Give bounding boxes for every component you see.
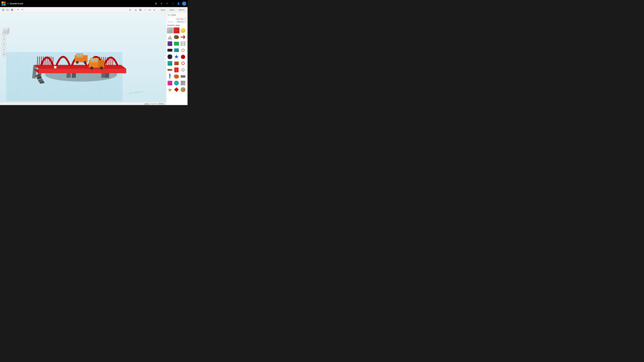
workplane-label: Workplane [129,90,143,94]
search-icon: 🔍 [167,14,170,16]
sun-icon[interactable]: ☀ [160,1,164,6]
shape-item-22[interactable] [173,73,180,79]
settings-link[interactable]: Settings [144,103,150,104]
in-select[interactable]: Community My Designs Featured [176,18,186,20]
shape-item-13[interactable] [173,53,180,60]
shape-item-6[interactable] [167,40,173,47]
user-icon[interactable]: 👤 [176,1,180,6]
svg-line-79 [4,50,5,50]
filter-row: In Community My Designs Featured Sorted … [166,17,188,24]
align-btn[interactable]: ⊟ [152,8,156,12]
shape-item-27[interactable] [167,86,173,92]
export-btn[interactable]: Export [168,8,176,11]
zoom-in-btn[interactable] [2,42,6,46]
model-name[interactable]: Smooth Krunk [10,2,23,5]
shape-row-8 [167,73,187,79]
search-input[interactable] [170,14,188,16]
shape-item-5[interactable] [180,34,186,40]
shape-item-1[interactable] [173,27,180,33]
svg-rect-52 [80,54,82,56]
shape-row-2 [167,34,187,40]
3d-model[interactable]: + [26,19,132,83]
svg-rect-1 [4,1,6,3]
shape-item-25[interactable] [173,80,180,86]
mirror-btn[interactable]: ⟺ [148,8,152,12]
shape-item-20[interactable] [180,67,186,73]
redo-btn[interactable] [20,8,24,12]
import-btn[interactable]: Import [159,8,167,11]
shape-row-10 [167,86,187,92]
svg-rect-32 [39,56,40,65]
shape-item-23[interactable] [180,73,186,79]
shape-item-29[interactable] [180,86,186,92]
found-text: Found 58: x shape [166,24,188,27]
svg-rect-0 [2,1,4,3]
shape-item-3[interactable] [167,34,173,40]
shape-item-0[interactable] [167,27,173,33]
shape-item-18[interactable] [167,67,173,73]
shape-item-7[interactable] [173,40,180,47]
perspective-btn[interactable] [134,8,138,12]
view3-btn[interactable] [138,8,142,12]
model-icon[interactable]: ☰ [7,2,9,5]
sort-select[interactable]: Relevance Popular Newest [176,20,186,23]
camera-btn[interactable] [128,8,132,12]
fit-view-btn[interactable] [2,52,6,56]
svg-rect-59 [91,58,94,61]
svg-rect-81 [4,54,4,55]
shape-item-4[interactable] [173,34,180,40]
tinkercad-logo[interactable] [1,1,6,6]
send-to-btn[interactable]: Send To [177,8,186,11]
shape-item-8[interactable] [180,40,186,47]
ie-buttons: ⊹ ⟺ ⊟ Import Export Send To [128,8,186,12]
shape-item-2[interactable] [180,27,186,33]
shape-item-14[interactable] [180,53,186,60]
shape-item-21[interactable] [167,73,173,79]
shape-item-28[interactable] [173,86,180,92]
shape-item-15[interactable] [167,60,173,66]
sorted-by-label: Sorted by [167,21,173,22]
pan-view-btn[interactable] [2,37,6,41]
shape-row-4 [167,47,187,53]
top-right-icons: ⊞ ☀ ✂ □ 👤 👤 [154,1,186,6]
shape-item-9[interactable] [167,47,173,53]
panel-collapse-btn[interactable]: ❯ [164,56,166,61]
zoom-out-btn[interactable] [2,47,6,51]
new-btn[interactable] [1,8,5,12]
grid-view-icon[interactable]: ⊞ [154,1,158,6]
tools-icon[interactable]: ✂ [165,1,169,6]
toolbar: ⊹ ⟺ ⊟ Import Export Send To [0,7,188,13]
shape-item-26[interactable] [180,80,186,86]
shape-row-5 [167,53,187,60]
box-icon[interactable]: □ [171,1,175,6]
view-cube[interactable]: LEFT [2,27,10,35]
shape-item-12[interactable] [167,53,173,60]
svg-point-72 [4,39,4,39]
svg-rect-61 [98,60,104,68]
move-btn[interactable]: ⊹ [143,8,147,12]
avatar-icon[interactable]: 👤 [182,1,186,6]
status-bar: Settings Snap Grid 1.0 mm ▲ [0,102,166,105]
svg-rect-10 [12,10,12,11]
shape-row-6 [167,60,187,66]
save-btn[interactable] [10,8,14,12]
shape-item-24[interactable] [167,80,173,86]
shape-item-17[interactable] [180,60,186,66]
svg-rect-3 [4,4,6,6]
svg-rect-2 [2,4,4,6]
snap-grid-label: Snap Grid [151,103,157,104]
svg-point-55 [77,62,78,63]
open-btn[interactable] [6,8,10,12]
shape-item-19[interactable] [173,67,180,73]
snap-grid-value[interactable]: 1.0 mm ▲ [158,103,165,104]
shape-item-11[interactable] [180,47,186,53]
sorted-by-row: Sorted by Relevance Popular Newest [167,20,186,23]
svg-point-64 [91,67,92,69]
shape-item-16[interactable] [173,60,180,66]
shape-item-10[interactable] [173,47,180,53]
undo-btn[interactable] [16,8,20,12]
sep2 [158,8,158,11]
viewport[interactable]: Workplane [0,13,166,105]
right-panel: ❯ 🔍 ✕ In Community My Designs Featured S… [166,13,188,105]
shape-row-3 [167,40,187,47]
